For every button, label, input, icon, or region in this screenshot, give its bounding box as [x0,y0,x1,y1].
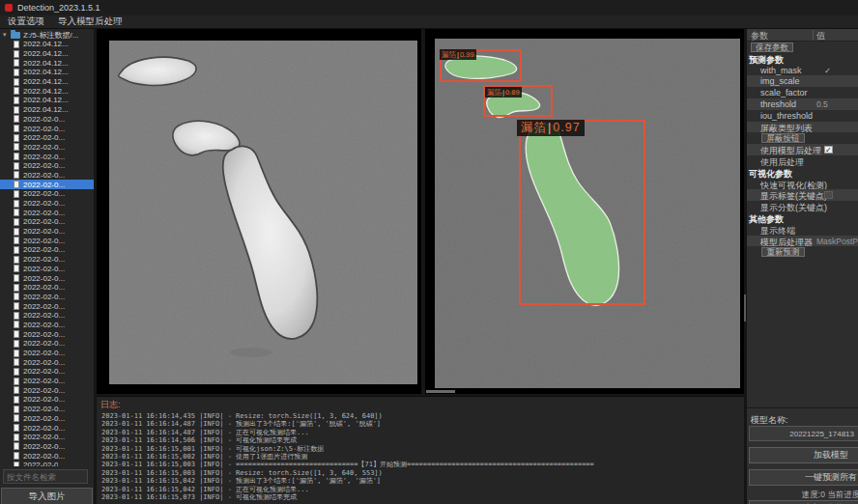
tree-item[interactable]: 2022-02-0... [0,255,94,265]
model-name-field[interactable]: 20221225_174813 [749,426,858,441]
parameter-row[interactable]: 预测参数 [747,53,858,65]
tree-item[interactable]: 2022-02-0... [0,227,94,237]
tree-item[interactable]: 2022-02-0 [0,461,94,466]
tree-item[interactable]: 2022-02-0... [0,161,94,171]
tree-item[interactable]: 2022-02-0... [0,143,94,153]
parameter-label[interactable]: 保存参数 [751,42,793,53]
file-icon [14,312,19,320]
file-icon [14,209,19,216]
import-image-button[interactable]: 导入图片 [1,488,93,504]
search-input[interactable] [3,469,88,484]
parameter-row[interactable]: iou_threshold [747,110,858,122]
tree-item[interactable]: 2022-02-0... [0,171,94,181]
chevron-down-icon[interactable]: ▾ [3,31,11,39]
tree-item[interactable]: 2022-02-0... [0,189,94,199]
tree-item[interactable]: 2022-02-0... [0,293,94,302]
tree-item[interactable]: 2022-02-0... [0,414,94,424]
tree-item[interactable]: 2022.04.12... [0,86,94,96]
parameter-row[interactable]: 可视化参数 [747,167,858,179]
tree-item[interactable]: 2022-02-0... [0,385,94,395]
tree-item[interactable]: 2022-02-0... [0,265,94,274]
tree-item-label: 2022-02-0... [23,265,65,273]
tree-item[interactable]: 2022-02-0... [0,433,94,442]
tree-item[interactable]: 2022-02-0... [0,442,94,452]
parameter-row[interactable]: 模型后处理器 MaskPostPro [747,236,858,247]
parameter-label[interactable]: scale_factor [760,88,808,98]
parameter-value[interactable]: ✓ [824,66,831,75]
tree-item[interactable]: 2022-02-0... [0,283,94,293]
tree-item[interactable]: 2022-02-0... [0,357,94,367]
tree-item-label: 2022.04.12... [23,77,69,86]
file-icon [14,115,19,123]
parameter-row[interactable]: 屏蔽按钮 [747,132,858,144]
detection-image-viewer[interactable]: 漏箔|0.99 漏箔|0.89 漏箔|0.97 [425,29,744,394]
tree-item[interactable]: 2022-02-0... [0,395,94,405]
postprocess-settings-button[interactable]: 后处理参数设置 [749,500,858,504]
parameter-value[interactable]: MaskPostPro [816,237,858,246]
parameter-row[interactable]: 使用后处理 [747,155,858,167]
parameter-row[interactable]: with_mask ✓ [747,65,858,76]
tree-item[interactable]: 2022-02-0... [0,329,94,339]
parameter-label[interactable]: 屏蔽按钮 [761,133,805,144]
parameter-row[interactable]: threshold 0.5 [747,98,858,110]
parameter-checkbox[interactable] [824,146,833,154]
tree-item[interactable]: 2022-02-0... [0,273,94,283]
tree-item[interactable]: 2022-02-0... [0,236,94,245]
tree-item[interactable]: 2022-02-0... [0,245,94,255]
parameter-row[interactable]: scale_factor [747,87,858,98]
tree-item[interactable]: 2022.04.12... [0,96,94,105]
file-tree[interactable]: ▾ Z:/5-标注数据/... 2022.04.12... 2022.04.12… [0,30,94,466]
tree-item[interactable]: 2022-02-0... [0,349,94,358]
parameter-label[interactable]: with_mask [760,66,802,75]
detection-box[interactable] [519,120,645,305]
tree-item[interactable]: 2022.04.12... [0,77,94,87]
tree-item[interactable]: 2022-02-0... [0,180,94,189]
tree-item[interactable]: 2022-02-0... [0,208,94,217]
tree-root-folder[interactable]: ▾ Z:/5-标注数据/... [0,30,94,40]
tree-item[interactable]: 2022-02-0... [0,301,94,311]
tree-item[interactable]: 2022.04.12... [0,105,94,115]
parameter-label[interactable]: 重新预测 [761,247,805,258]
tree-item[interactable]: 2022.04.12... [0,58,94,68]
tree-item[interactable]: 2022-02-0... [0,377,94,386]
tree-item[interactable]: 2022-02-0... [0,124,94,133]
parameter-row[interactable]: img_scale [747,75,858,87]
tree-item[interactable]: 2022-02-0... [0,339,94,349]
vertical-scrollbar[interactable] [744,294,746,322]
parameter-row[interactable]: 显示标签(关键点) [747,189,858,201]
parameter-checkbox[interactable] [824,191,833,200]
tree-item[interactable]: 2022-02-0... [0,133,94,143]
tree-item[interactable]: 2022-02-0... [0,321,94,330]
parameter-row[interactable]: 显示终端 [747,224,858,236]
parameter-row[interactable]: 使用模型后处理 [747,144,858,155]
load-model-button[interactable]: 加载模型 [749,447,858,463]
tree-item[interactable]: 2022.04.12... [0,40,94,49]
parameter-label[interactable]: threshold [760,99,796,109]
parameter-value[interactable]: 0.5 [816,99,828,109]
tree-item[interactable]: 2022-02-0... [0,451,94,461]
parameter-row[interactable]: 显示分数(关键点) [747,201,858,212]
parameter-row[interactable]: 其他参数 [747,212,858,224]
tree-item[interactable]: 2022.04.12... [0,68,94,77]
parameter-row[interactable]: 屏蔽类型列表 [747,122,858,133]
tree-item[interactable]: 2022-02-0... [0,423,94,433]
tree-item[interactable]: 2022-02-0... [0,405,94,414]
tree-item-label: 2022-02-0... [23,245,65,254]
menu-item[interactable]: 导入模型后处理 [58,15,123,28]
tree-item[interactable]: 2022-02-0... [0,311,94,321]
parameter-row[interactable]: 快速可视化(检测) [747,179,858,190]
parameter-label[interactable]: iou_threshold [760,111,813,121]
parameter-label[interactable]: img_scale [760,76,800,86]
tree-item[interactable]: 2022-02-0... [0,199,94,209]
tree-item[interactable]: 2022.04.12... [0,49,94,59]
predict-all-button[interactable]: 一键预测所有 [749,469,858,486]
tree-item[interactable]: 2022-02-0... [0,367,94,377]
parameter-row[interactable]: 保存参数 [747,42,858,53]
menu-item[interactable]: 设置选项 [8,15,44,28]
tree-item[interactable]: 2022-02-0... [0,152,94,161]
tree-item[interactable]: 2022-02-0... [0,115,94,125]
raw-image-viewer[interactable] [97,29,421,394]
tree-item[interactable]: 2022-02-0... [0,217,94,227]
parameter-row[interactable]: 重新预测 [747,246,858,258]
horizontal-scrollbar[interactable] [426,390,455,393]
